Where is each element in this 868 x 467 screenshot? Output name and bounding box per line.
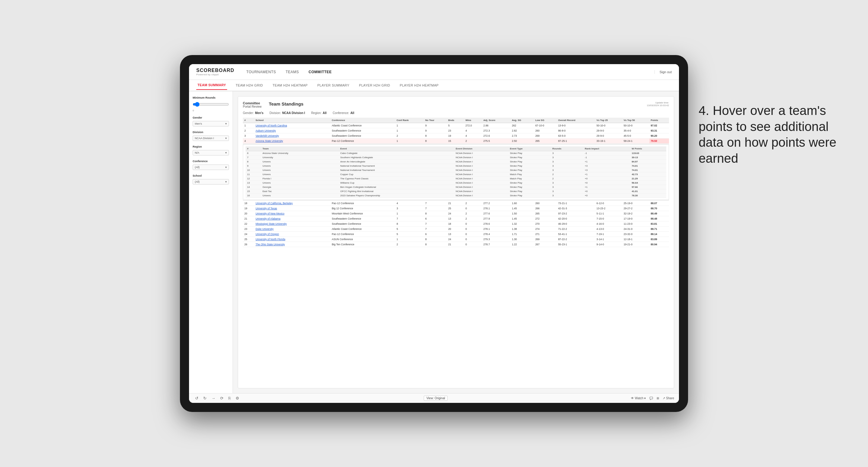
division-select[interactable]: NCAA Division I ▾ [193, 135, 229, 141]
sub-nav-team-h2h-grid[interactable]: TEAM H2H GRID [235, 81, 264, 90]
nav-tournaments[interactable]: TOURNAMENTS [247, 69, 276, 75]
undo-btn[interactable]: ↺ [194, 395, 199, 401]
cell-no-tour: 9 [424, 123, 447, 128]
list-item[interactable]: 10 Univers National Invitational Tournam… [246, 168, 666, 173]
redo-btn[interactable]: ↻ [202, 395, 208, 401]
settings-btn[interactable]: ⚙ [235, 395, 241, 401]
cell-avg-sg: 262 [510, 123, 533, 128]
comment-icon: 💬 [649, 397, 653, 400]
grid-icon: ⊞ [657, 397, 659, 400]
col-adj-score: Adj. Score [482, 118, 510, 123]
list-item[interactable]: 11 Univers Copper Cup NCAA Division I Ma… [246, 173, 666, 177]
cell-low-sg: 67-10-0 [534, 123, 557, 128]
sub-nav: TEAM SUMMARY TEAM H2H GRID TEAM H2H HEAT… [189, 80, 679, 91]
col-conf-rank: Conf Rank [395, 118, 424, 123]
gender-select[interactable]: Men's ▾ [193, 121, 229, 126]
list-item[interactable]: 13 Univers Williams Cup NCAA Division I … [246, 181, 666, 185]
filter-row: Gender: Men's Division: NCAA Division I … [243, 111, 669, 115]
cell-vs50: 50-10-0 [622, 123, 649, 128]
list-item[interactable]: 6 Arizona State University Cabo Collegia… [246, 151, 666, 155]
sign-out-btn[interactable]: Sign out [654, 70, 672, 74]
view-original-btn[interactable]: View: Original [424, 396, 448, 401]
cell-conf: Atlantic Coast Conference [330, 123, 395, 128]
filter-conference: Conference: All [333, 111, 354, 115]
page-wrapper: 4. Hover over a team's points to see add… [0, 0, 868, 467]
grid-btn[interactable]: ⊞ [657, 397, 659, 400]
cell-conf-rank: 1 [395, 123, 424, 128]
table-row[interactable]: 23 Duke University Atlantic Coast Confer… [243, 226, 669, 232]
center-panel: Committee Portal Review Team Standings U… [233, 91, 679, 393]
table-row[interactable]: 1 University of North Carolina Atlantic … [243, 123, 669, 128]
refresh-btn[interactable]: ⟳ [219, 395, 225, 401]
table-row[interactable]: 26 The Ohio State University Big Ten Con… [243, 242, 669, 247]
cell-points[interactable]: 97.02 [649, 123, 669, 128]
forward-btn[interactable]: → [210, 395, 217, 401]
min-rounds-slider[interactable] [193, 101, 229, 108]
logo-sub: Powered by clippd [196, 73, 235, 76]
cell-school: University of North Carolina [254, 123, 330, 128]
table-row[interactable]: 2 Auburn University Southeastern Confere… [243, 128, 669, 133]
table-row[interactable]: 25 University of North Florida ASUN Conf… [243, 237, 669, 242]
annotation-text: 4. Hover over a team's points to see add… [699, 103, 844, 166]
filter-division: Division: NCAA Division I [270, 111, 305, 115]
chevron-down-icon: ▾ [644, 397, 646, 400]
standings-title-block: Team Standings [269, 101, 304, 106]
col-rank: # [243, 118, 254, 123]
col-vs-top50: Vs Top 50 [622, 118, 649, 123]
school-label: School [193, 174, 229, 177]
cell-overall: 13-9-0 [557, 123, 595, 128]
nav-teams[interactable]: TEAMS [286, 69, 299, 75]
table-header-row: # School Conference Conf Rank No Tour Bn… [243, 118, 669, 123]
top-nav: SCOREBOARD Powered by clippd TOURNAMENTS… [189, 64, 679, 80]
table-row[interactable]: 24 University of Oregon Pac-12 Conferenc… [243, 232, 669, 237]
table-row[interactable]: 22 Mississippi State University Southeas… [243, 221, 669, 226]
list-item[interactable]: 7 University Southern Highlands Collegia… [246, 155, 666, 160]
watch-btn[interactable]: 👁 Watch ▾ [631, 397, 646, 400]
col-vs-top25: Vs Top 25 [595, 118, 622, 123]
cell-adj-score: 2.86 [482, 123, 510, 128]
table-row[interactable]: 20 University of New Mexico Mountain Wes… [243, 211, 669, 216]
division-label: Division [193, 131, 229, 134]
sub-nav-team-summary[interactable]: TEAM SUMMARY [196, 81, 227, 90]
conference-select[interactable]: (All) ▾ [193, 164, 229, 170]
expanded-detail-row: # Team Event Event Division Event Type R… [243, 144, 669, 201]
col-no-tour: No Tour [424, 118, 447, 123]
col-wins: Wins [464, 118, 482, 123]
comment-btn[interactable]: 💬 [649, 397, 653, 400]
list-item[interactable]: 15 East Tac OFCC Fighting Illini Invitat… [246, 189, 666, 194]
share-btn[interactable]: ↗ Share [663, 397, 674, 400]
list-item[interactable]: 12 Florida I The Cypress Point Classic N… [246, 177, 666, 181]
nav-committee[interactable]: COMMITTEE [309, 69, 332, 75]
region-select[interactable]: N/A ▾ [193, 150, 229, 155]
table-row[interactable]: 19 University of Texas Big 12 Conference… [243, 206, 669, 211]
school-select[interactable]: (All) ▾ [193, 179, 229, 185]
sub-nav-player-summary[interactable]: PLAYER SUMMARY [316, 81, 350, 90]
update-time: Update time: 13/03/2024 10:03:42 [647, 101, 669, 107]
sub-nav-player-h2h-heatmap[interactable]: PLAYER H2H HEATMAP [399, 81, 440, 90]
list-item[interactable]: 16 Univers 2023 Sahalee Players Champion… [246, 194, 666, 198]
cell-rank: 1 [243, 123, 254, 128]
main-content: Minimum Rounds 0 Gender Men's ▾ Division [189, 91, 679, 393]
table-row[interactable]: 21 University of Alabama Southeastern Co… [243, 216, 669, 221]
copy-btn[interactable]: ⎘ [227, 395, 232, 401]
col-school: School [254, 118, 330, 123]
toolbar-center: View: Original [424, 396, 448, 401]
list-item[interactable]: 14 Georgia Ben Hogan Collegiate Invitati… [246, 185, 666, 189]
portal-review-label: Portal Review [243, 105, 261, 108]
table-row[interactable]: 18 University of California, Berkeley Pa… [243, 201, 669, 206]
standings-table: # School Conference Conf Rank No Tour Bn… [243, 118, 669, 247]
table-row-highlighted[interactable]: 4 Arizona State University Pac-12 Confer… [243, 138, 669, 144]
report-header: Committee Portal Review Team Standings U… [243, 101, 669, 108]
table-row[interactable]: 3 Vanderbilt University Southeastern Con… [243, 133, 669, 138]
cell-vs25: 50-10-0 [595, 123, 622, 128]
list-item[interactable]: 9 Univers National Invitational Tourname… [246, 164, 666, 168]
inner-detail-table: # Team Event Event Division Event Type R… [246, 146, 666, 198]
col-overall-record: Overall Record [557, 118, 595, 123]
col-bnds: Bnds [447, 118, 464, 123]
list-item[interactable]: 8 Univers Amer An Intercollegiate NCAA D… [246, 160, 666, 164]
region-label: Region [193, 145, 229, 148]
sub-nav-team-h2h-heatmap[interactable]: TEAM H2H HEATMAP [271, 81, 309, 90]
sidebar-gender: Gender Men's ▾ [193, 116, 229, 126]
sidebar-conference: Conference (All) ▾ [193, 160, 229, 170]
sub-nav-player-h2h-grid[interactable]: PLAYER H2H GRID [358, 81, 391, 90]
